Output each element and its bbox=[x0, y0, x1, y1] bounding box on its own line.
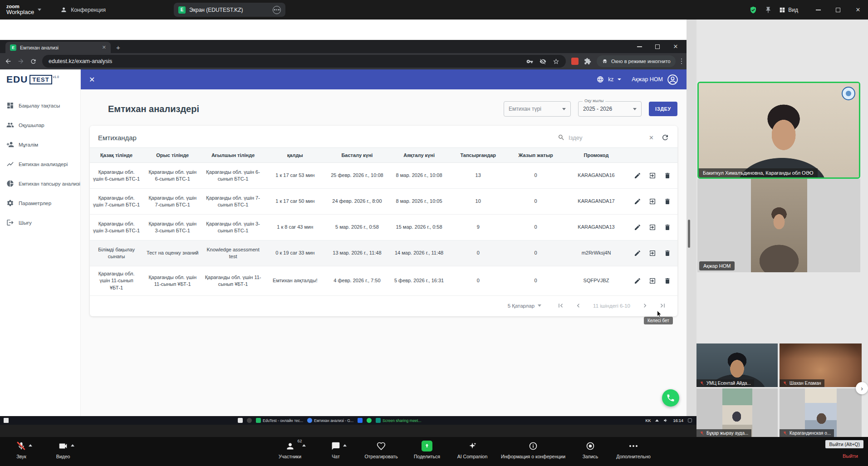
sidebar-item-teacher[interactable]: Мұғалім bbox=[0, 135, 80, 154]
edit-button[interactable] bbox=[634, 198, 641, 205]
rows-per-page-select[interactable]: 5 Қатарлар bbox=[508, 303, 541, 309]
whatsapp-button[interactable] bbox=[662, 389, 679, 407]
audio-options-chevron[interactable] bbox=[29, 444, 32, 446]
incognito-badge[interactable]: Окно в режиме инкогнито bbox=[597, 55, 675, 67]
drawer-close-icon[interactable]: ✕ bbox=[89, 75, 95, 84]
tab-screen-share[interactable]: E Экран (EDUTEST.KZ) bbox=[174, 3, 285, 17]
bookmark-star-icon[interactable] bbox=[553, 58, 559, 65]
address-bar[interactable]: edutest.kz/exam-analysis bbox=[42, 55, 566, 68]
first-page-button[interactable] bbox=[557, 302, 564, 309]
active-speaker-tile[interactable]: Бакиткул Хималъдиновна, Карағанды обл ОӘ… bbox=[697, 82, 860, 179]
meeting-info-button[interactable]: Информация о конференции bbox=[499, 441, 567, 459]
extensions-puzzle-icon[interactable] bbox=[584, 58, 591, 65]
scrollbar-thumb[interactable] bbox=[688, 220, 690, 248]
delete-button[interactable] bbox=[664, 224, 671, 231]
security-shield-icon[interactable] bbox=[749, 6, 757, 14]
passwords-key-icon[interactable] bbox=[526, 58, 533, 65]
start-button[interactable] bbox=[4, 418, 9, 423]
avatar-icon[interactable] bbox=[667, 74, 678, 85]
eye-off-icon[interactable] bbox=[539, 58, 546, 65]
enter-exam-button[interactable] bbox=[649, 224, 656, 231]
taskbar-window-sharing[interactable]: Screen sharing meet... bbox=[376, 418, 422, 423]
participant-tile[interactable]: Карагандинская о... bbox=[780, 388, 862, 437]
taskbar-app-icon[interactable] bbox=[358, 418, 363, 423]
participant-tile[interactable]: УМЦ Есентай Айда... bbox=[696, 343, 778, 387]
tab-close-icon[interactable]: ✕ bbox=[102, 44, 106, 50]
clock[interactable]: 16:14 bbox=[673, 418, 683, 423]
edutest-logo[interactable]: EDU TEST v1.0 bbox=[0, 69, 80, 89]
language-selector[interactable]: kz bbox=[608, 76, 613, 83]
edit-button[interactable] bbox=[634, 224, 641, 231]
participant-tile[interactable]: Бұқар жырау ауда... bbox=[696, 388, 778, 437]
taskbar-app-icon[interactable] bbox=[247, 418, 252, 423]
back-icon[interactable] bbox=[5, 58, 12, 65]
sidebar-item-logout[interactable]: Шығу bbox=[0, 213, 80, 232]
delete-button[interactable] bbox=[664, 172, 671, 179]
chat-button[interactable]: Чат bbox=[323, 441, 348, 459]
participants-options-chevron[interactable] bbox=[302, 444, 306, 446]
participant-tile[interactable]: Шахан Еламан bbox=[780, 343, 862, 387]
more-button[interactable]: Дополнительно bbox=[612, 441, 655, 459]
video-options-chevron[interactable] bbox=[71, 444, 74, 446]
notifications-icon[interactable] bbox=[688, 418, 692, 422]
clear-search-icon[interactable]: ✕ bbox=[649, 134, 654, 141]
delete-button[interactable] bbox=[664, 250, 671, 257]
sidebar-item-exam-analysis[interactable]: Емтихан анализдері bbox=[0, 154, 80, 174]
participant-tile[interactable]: Ақжар НОМ bbox=[697, 179, 860, 272]
enter-exam-button[interactable] bbox=[649, 198, 656, 205]
participants-button[interactable]: 62 Участники bbox=[272, 441, 308, 459]
audio-button[interactable]: Звук bbox=[6, 441, 36, 459]
window-close-button[interactable]: ✕ bbox=[848, 0, 868, 20]
enter-exam-button[interactable] bbox=[649, 277, 656, 285]
react-button[interactable]: Отреагировать bbox=[360, 441, 402, 459]
prev-page-button[interactable] bbox=[574, 302, 582, 309]
reload-icon[interactable] bbox=[30, 58, 37, 65]
adblock-extension-icon[interactable] bbox=[571, 58, 579, 65]
refresh-icon[interactable] bbox=[661, 133, 669, 142]
edit-button[interactable] bbox=[634, 277, 641, 285]
record-button[interactable]: Запись bbox=[577, 441, 603, 459]
forward-icon[interactable] bbox=[17, 58, 25, 65]
delete-button[interactable] bbox=[664, 198, 671, 205]
keyboard-language[interactable]: KK bbox=[645, 418, 651, 423]
last-page-button[interactable] bbox=[659, 302, 667, 309]
delete-button[interactable] bbox=[664, 277, 671, 285]
chat-options-chevron[interactable] bbox=[343, 444, 347, 446]
edit-button[interactable] bbox=[634, 172, 641, 179]
school-year-select[interactable]: Оқу жылы 2025 - 2026 bbox=[578, 101, 642, 117]
browser-close-button[interactable]: ✕ bbox=[667, 40, 685, 53]
search-button[interactable]: ІЗДЕУ bbox=[649, 102, 677, 116]
tab-meeting[interactable]: Конференция bbox=[60, 6, 106, 13]
sidebar-item-exam-submit-analysis[interactable]: Емтихан тапсыру анализі bbox=[0, 174, 80, 193]
whatsapp-taskbar-icon[interactable] bbox=[367, 418, 372, 423]
window-minimize-button[interactable] bbox=[808, 0, 828, 20]
tab-options-icon[interactable] bbox=[273, 6, 281, 14]
browser-minimize-button[interactable] bbox=[630, 40, 648, 53]
workspace-chevron-icon[interactable] bbox=[38, 9, 41, 11]
panel-next-chevron[interactable]: › bbox=[856, 382, 868, 394]
user-name[interactable]: Ақжар НОМ bbox=[632, 76, 663, 83]
view-button[interactable]: Вид bbox=[779, 7, 798, 13]
tray-expand-icon[interactable] bbox=[655, 419, 659, 422]
volume-icon[interactable] bbox=[663, 418, 668, 423]
exam-type-select[interactable]: Емтихан түрі bbox=[504, 101, 571, 117]
sidebar-item-students[interactable]: Оқушылар bbox=[0, 115, 80, 135]
browser-tab[interactable]: E Емтихан анализі ✕ bbox=[5, 42, 111, 53]
browser-menu-icon[interactable] bbox=[681, 59, 682, 64]
sidebar-item-dashboard[interactable]: Бақылау тақтасы bbox=[0, 96, 80, 115]
leave-button[interactable]: Выйти bbox=[843, 453, 858, 459]
taskbar-app-icon[interactable] bbox=[238, 418, 243, 423]
pin-icon[interactable] bbox=[765, 6, 772, 14]
enter-exam-button[interactable] bbox=[649, 250, 656, 257]
taskbar-window[interactable]: Емтихан анализі - G... bbox=[307, 418, 353, 423]
ai-companion-button[interactable]: AI Companion bbox=[452, 441, 492, 459]
search-input[interactable] bbox=[569, 134, 645, 141]
taskbar-window[interactable]: EduTest - онлайн тес... bbox=[256, 418, 303, 423]
window-maximize-button[interactable] bbox=[828, 0, 848, 20]
share-button[interactable]: Поделиться bbox=[411, 441, 443, 459]
new-tab-button[interactable]: + bbox=[116, 44, 120, 51]
browser-maximize-button[interactable] bbox=[648, 40, 667, 53]
globe-icon[interactable] bbox=[597, 76, 604, 83]
edit-button[interactable] bbox=[634, 250, 641, 257]
sidebar-item-settings[interactable]: Параметрлер bbox=[0, 193, 80, 213]
